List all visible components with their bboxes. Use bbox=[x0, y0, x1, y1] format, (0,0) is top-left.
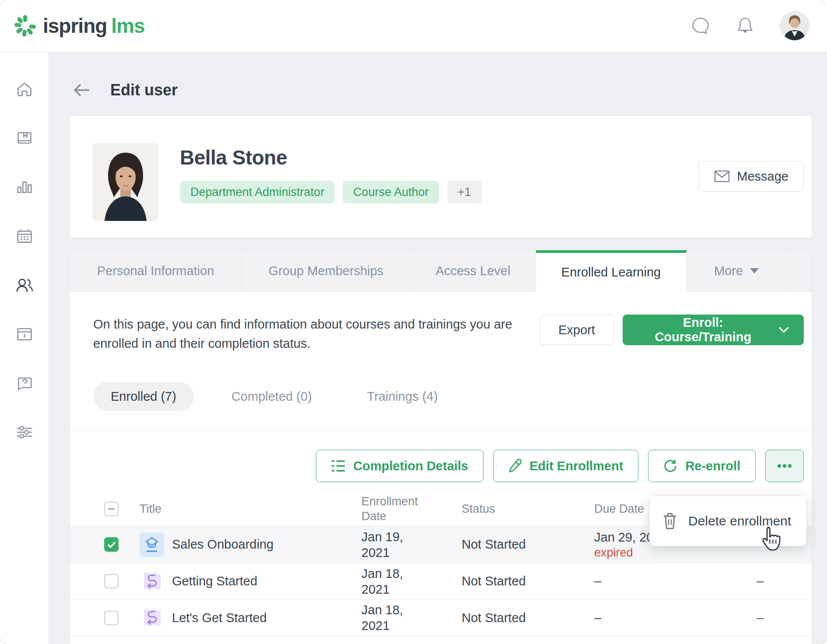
learning-track-icon bbox=[140, 606, 164, 630]
sidebar-item-settings[interactable] bbox=[15, 423, 34, 441]
tab-group-memberships[interactable]: Group Memberships bbox=[242, 250, 410, 292]
select-all-checkbox[interactable] bbox=[104, 502, 119, 516]
tab-strip: Personal Information Group Memberships A… bbox=[70, 250, 812, 292]
due-date: – bbox=[594, 611, 708, 625]
empty-value: – bbox=[708, 611, 812, 625]
sidebar-item-home[interactable] bbox=[15, 80, 34, 98]
enrollment-date: Jan 19, 2021 bbox=[361, 529, 418, 560]
enrollment-date: Jan 18, 2021 bbox=[361, 602, 418, 634]
due-date: – bbox=[594, 574, 708, 588]
status: Not Started bbox=[462, 574, 594, 588]
course-title: Sales Onboarding bbox=[172, 537, 273, 552]
enrollment-filters: Enrolled (7) Completed (0) Trainings (4) bbox=[93, 382, 805, 411]
menu-item-label: Delete enrollment bbox=[688, 514, 791, 528]
export-button[interactable]: Export bbox=[540, 315, 614, 345]
edit-enrollment-button[interactable]: Edit Enrollment bbox=[493, 450, 638, 482]
user-avatar[interactable] bbox=[780, 11, 809, 41]
refresh-icon bbox=[663, 459, 677, 473]
message-button[interactable]: Message bbox=[699, 161, 804, 192]
row-checkbox[interactable] bbox=[104, 574, 119, 588]
filter-trainings[interactable]: Trainings (4) bbox=[350, 382, 456, 411]
tab-filler bbox=[787, 250, 812, 292]
due-expired-note: expired bbox=[594, 545, 708, 560]
topbar: ispringlms bbox=[0, 0, 827, 52]
user-name: Bella Stone bbox=[180, 146, 482, 169]
tab-more[interactable]: More bbox=[687, 250, 787, 292]
enroll-course-training-button[interactable]: Enroll: Course/Training bbox=[623, 315, 804, 345]
chat-icon[interactable] bbox=[690, 16, 711, 36]
tab-personal-information[interactable]: Personal Information bbox=[70, 250, 242, 292]
pencil-icon bbox=[508, 459, 522, 473]
section-divider bbox=[70, 430, 812, 430]
role-badge: Course Author bbox=[343, 181, 439, 203]
list-icon bbox=[331, 460, 345, 472]
sidebar-item-reports[interactable] bbox=[15, 178, 34, 196]
role-badges: Department Administrator Course Author +… bbox=[180, 181, 482, 203]
sidebar-item-calendar[interactable] bbox=[15, 227, 34, 245]
chevron-down-icon bbox=[750, 268, 759, 273]
header-status[interactable]: Status bbox=[462, 502, 594, 516]
table-row-getting-started[interactable]: Getting Started Jan 18, 2021 Not Started… bbox=[70, 563, 812, 599]
profile-avatar bbox=[92, 143, 159, 221]
brand-text: ispringlms bbox=[43, 14, 145, 38]
tab-enrolled-learning[interactable]: Enrolled Learning bbox=[536, 250, 687, 292]
header-enrollment-date[interactable]: Enrollment Date bbox=[361, 494, 427, 524]
course-icon bbox=[140, 532, 164, 557]
sidebar-item-courses[interactable] bbox=[15, 129, 34, 147]
main-content: Edit user bbox=[49, 52, 827, 644]
sidebar-item-help[interactable] bbox=[15, 374, 34, 392]
completion-details-button[interactable]: Completion Details bbox=[316, 450, 484, 482]
more-actions-button[interactable] bbox=[765, 450, 804, 482]
course-title: Let's Get Started bbox=[172, 611, 267, 625]
row-checkbox[interactable] bbox=[104, 611, 119, 625]
table-row-lets-get-started[interactable]: Let's Get Started Jan 18, 2021 Not Start… bbox=[70, 599, 812, 636]
profile-card: Bella Stone Department Administrator Cou… bbox=[69, 116, 812, 238]
page-title: Edit user bbox=[110, 81, 178, 99]
role-badge: Department Administrator bbox=[180, 181, 335, 203]
chevron-down-icon bbox=[778, 326, 789, 333]
ellipsis-icon bbox=[777, 464, 792, 468]
enrolled-learning-panel: On this page, you can find information a… bbox=[70, 292, 812, 644]
app-window: ispringlms bbox=[0, 0, 827, 644]
trash-icon bbox=[663, 513, 677, 529]
filter-enrolled[interactable]: Enrolled (7) bbox=[93, 382, 194, 411]
filter-completed[interactable]: Completed (0) bbox=[214, 382, 329, 411]
sidebar-item-info-portal[interactable] bbox=[15, 325, 34, 343]
enrollment-date: Jan 18, 2021 bbox=[361, 566, 418, 597]
bell-icon[interactable] bbox=[735, 16, 755, 36]
status: Not Started bbox=[462, 611, 594, 625]
row-checkbox[interactable] bbox=[104, 537, 119, 552]
header-title[interactable]: Title bbox=[122, 502, 361, 516]
back-arrow-icon[interactable] bbox=[73, 81, 90, 99]
context-menu-delete-enrollment[interactable]: Delete enrollment bbox=[650, 496, 806, 546]
learning-track-icon bbox=[140, 569, 164, 594]
brand-logo[interactable]: ispringlms bbox=[13, 14, 145, 38]
course-title: Getting Started bbox=[172, 574, 257, 588]
sidebar-item-users[interactable] bbox=[15, 276, 34, 294]
tabs-card: Personal Information Group Memberships A… bbox=[69, 250, 812, 644]
envelope-icon bbox=[714, 170, 730, 182]
tab-access-level[interactable]: Access Level bbox=[410, 250, 536, 292]
ispring-flower-icon bbox=[13, 14, 37, 38]
re-enroll-button[interactable]: Re-enroll bbox=[648, 450, 756, 482]
row-actions: Completion Details Edit Enrollment bbox=[93, 450, 805, 482]
more-roles-badge[interactable]: +1 bbox=[447, 181, 482, 203]
sidebar bbox=[0, 52, 49, 644]
panel-description: On this page, you can find information a… bbox=[93, 315, 540, 353]
status: Not Started bbox=[462, 537, 594, 552]
empty-value: – bbox=[708, 574, 812, 588]
